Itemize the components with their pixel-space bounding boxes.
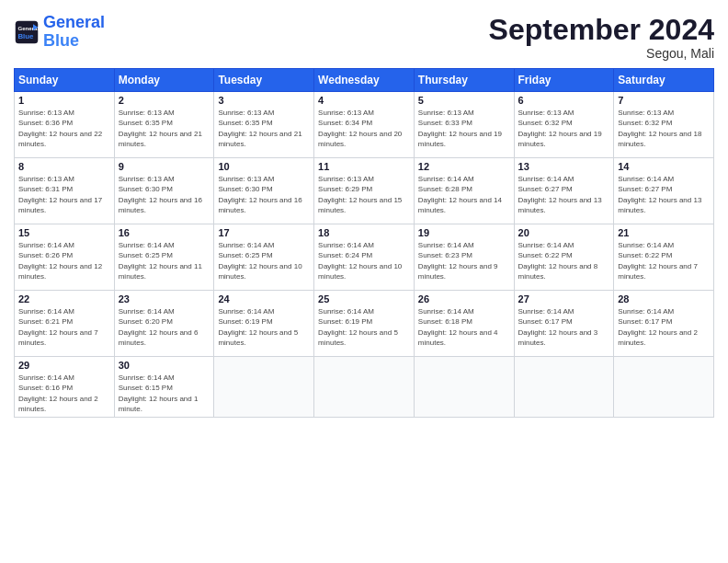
day-number: 29 (18, 360, 110, 371)
calendar-cell (614, 357, 714, 418)
calendar-cell: 26 Sunrise: 6:14 AM Sunset: 6:18 PM Dayl… (414, 291, 514, 357)
calendar-week-4: 22 Sunrise: 6:14 AM Sunset: 6:21 PM Dayl… (15, 291, 714, 357)
title-area: September 2024 Segou, Mali (489, 14, 714, 61)
calendar-cell: 20 Sunrise: 6:14 AM Sunset: 6:22 PM Dayl… (514, 224, 614, 291)
day-info: Sunrise: 6:14 AM Sunset: 6:16 PM Dayligh… (18, 373, 110, 414)
calendar-cell: 30 Sunrise: 6:14 AM Sunset: 6:15 PM Dayl… (114, 357, 214, 418)
calendar-cell: 17 Sunrise: 6:14 AM Sunset: 6:25 PM Dayl… (214, 224, 314, 291)
day-number: 21 (618, 227, 710, 238)
day-number: 10 (218, 161, 310, 172)
calendar-cell: 7 Sunrise: 6:13 AM Sunset: 6:32 PM Dayli… (614, 92, 714, 158)
calendar-cell: 21 Sunrise: 6:14 AM Sunset: 6:22 PM Dayl… (614, 224, 714, 291)
day-number: 17 (218, 227, 310, 238)
month-title: September 2024 (489, 14, 714, 46)
day-info: Sunrise: 6:13 AM Sunset: 6:36 PM Dayligh… (18, 108, 110, 149)
calendar-cell: 29 Sunrise: 6:14 AM Sunset: 6:16 PM Dayl… (15, 357, 115, 418)
day-number: 7 (618, 95, 710, 106)
calendar-cell: 11 Sunrise: 6:13 AM Sunset: 6:29 PM Dayl… (314, 158, 415, 224)
day-number: 22 (18, 293, 110, 304)
calendar-cell: 3 Sunrise: 6:13 AM Sunset: 6:35 PM Dayli… (214, 92, 314, 158)
day-number: 11 (318, 161, 410, 172)
svg-text:Blue: Blue (17, 32, 34, 40)
calendar-cell: 5 Sunrise: 6:13 AM Sunset: 6:33 PM Dayli… (414, 92, 514, 158)
day-info: Sunrise: 6:14 AM Sunset: 6:17 PM Dayligh… (618, 306, 710, 348)
day-info: Sunrise: 6:14 AM Sunset: 6:27 PM Dayligh… (618, 174, 710, 215)
calendar-week-5: 29 Sunrise: 6:14 AM Sunset: 6:16 PM Dayl… (15, 357, 714, 418)
day-info: Sunrise: 6:13 AM Sunset: 6:31 PM Dayligh… (18, 174, 110, 215)
day-number: 6 (518, 95, 610, 106)
day-info: Sunrise: 6:14 AM Sunset: 6:15 PM Dayligh… (119, 373, 210, 414)
header-row: Sunday Monday Tuesday Wednesday Thursday… (15, 69, 714, 92)
col-wednesday: Wednesday (314, 69, 415, 92)
calendar-cell (314, 357, 415, 418)
calendar-cell: 9 Sunrise: 6:13 AM Sunset: 6:30 PM Dayli… (114, 158, 214, 224)
day-info: Sunrise: 6:14 AM Sunset: 6:28 PM Dayligh… (418, 174, 510, 215)
day-info: Sunrise: 6:13 AM Sunset: 6:34 PM Dayligh… (318, 108, 410, 149)
day-number: 5 (418, 95, 510, 106)
calendar-week-1: 1 Sunrise: 6:13 AM Sunset: 6:36 PM Dayli… (15, 92, 714, 158)
day-number: 28 (618, 293, 710, 304)
calendar-cell: 16 Sunrise: 6:14 AM Sunset: 6:25 PM Dayl… (114, 224, 214, 291)
day-number: 30 (119, 360, 210, 371)
calendar-cell: 15 Sunrise: 6:14 AM Sunset: 6:26 PM Dayl… (15, 224, 115, 291)
day-number: 20 (518, 227, 610, 238)
calendar-cell: 25 Sunrise: 6:14 AM Sunset: 6:19 PM Dayl… (314, 291, 415, 357)
calendar-cell: 24 Sunrise: 6:14 AM Sunset: 6:19 PM Dayl… (214, 291, 314, 357)
day-info: Sunrise: 6:14 AM Sunset: 6:17 PM Dayligh… (518, 306, 610, 348)
day-number: 9 (119, 161, 210, 172)
day-number: 27 (518, 293, 610, 304)
day-number: 12 (418, 161, 510, 172)
day-info: Sunrise: 6:14 AM Sunset: 6:22 PM Dayligh… (618, 240, 710, 282)
day-info: Sunrise: 6:14 AM Sunset: 6:22 PM Dayligh… (518, 240, 610, 282)
calendar-cell: 1 Sunrise: 6:13 AM Sunset: 6:36 PM Dayli… (15, 92, 115, 158)
day-number: 18 (318, 227, 410, 238)
calendar-cell: 18 Sunrise: 6:14 AM Sunset: 6:24 PM Dayl… (314, 224, 415, 291)
calendar-table: Sunday Monday Tuesday Wednesday Thursday… (14, 68, 714, 418)
calendar-cell: 19 Sunrise: 6:14 AM Sunset: 6:23 PM Dayl… (414, 224, 514, 291)
col-friday: Friday (514, 69, 614, 92)
day-info: Sunrise: 6:13 AM Sunset: 6:35 PM Dayligh… (119, 108, 210, 149)
calendar-cell: 6 Sunrise: 6:13 AM Sunset: 6:32 PM Dayli… (514, 92, 614, 158)
day-info: Sunrise: 6:14 AM Sunset: 6:19 PM Dayligh… (218, 306, 310, 348)
col-monday: Monday (114, 69, 214, 92)
day-number: 3 (218, 95, 310, 106)
calendar-cell: 2 Sunrise: 6:13 AM Sunset: 6:35 PM Dayli… (114, 92, 214, 158)
day-info: Sunrise: 6:14 AM Sunset: 6:20 PM Dayligh… (119, 306, 210, 348)
day-info: Sunrise: 6:14 AM Sunset: 6:25 PM Dayligh… (119, 240, 210, 282)
day-number: 16 (119, 227, 210, 238)
col-saturday: Saturday (614, 69, 714, 92)
day-number: 14 (618, 161, 710, 172)
calendar-cell: 10 Sunrise: 6:13 AM Sunset: 6:30 PM Dayl… (214, 158, 314, 224)
calendar-cell (414, 357, 514, 418)
calendar-cell (214, 357, 314, 418)
day-info: Sunrise: 6:13 AM Sunset: 6:33 PM Dayligh… (418, 108, 510, 149)
day-number: 26 (418, 293, 510, 304)
calendar-cell: 23 Sunrise: 6:14 AM Sunset: 6:20 PM Dayl… (114, 291, 214, 357)
logo-text: GeneralBlue (43, 14, 105, 51)
col-thursday: Thursday (414, 69, 514, 92)
calendar-cell: 27 Sunrise: 6:14 AM Sunset: 6:17 PM Dayl… (514, 291, 614, 357)
day-info: Sunrise: 6:13 AM Sunset: 6:35 PM Dayligh… (218, 108, 310, 149)
calendar-week-2: 8 Sunrise: 6:13 AM Sunset: 6:31 PM Dayli… (15, 158, 714, 224)
location-subtitle: Segou, Mali (489, 46, 714, 61)
calendar-week-3: 15 Sunrise: 6:14 AM Sunset: 6:26 PM Dayl… (15, 224, 714, 291)
day-info: Sunrise: 6:13 AM Sunset: 6:30 PM Dayligh… (119, 174, 210, 215)
calendar-cell: 14 Sunrise: 6:14 AM Sunset: 6:27 PM Dayl… (614, 158, 714, 224)
calendar-cell: 13 Sunrise: 6:14 AM Sunset: 6:27 PM Dayl… (514, 158, 614, 224)
calendar-cell (514, 357, 614, 418)
day-number: 25 (318, 293, 410, 304)
day-number: 24 (218, 293, 310, 304)
day-info: Sunrise: 6:14 AM Sunset: 6:18 PM Dayligh… (418, 306, 510, 348)
day-number: 4 (318, 95, 410, 106)
day-number: 8 (18, 161, 110, 172)
calendar-body: 1 Sunrise: 6:13 AM Sunset: 6:36 PM Dayli… (15, 92, 714, 418)
day-info: Sunrise: 6:14 AM Sunset: 6:24 PM Dayligh… (318, 240, 410, 282)
calendar-cell: 12 Sunrise: 6:14 AM Sunset: 6:28 PM Dayl… (414, 158, 514, 224)
day-number: 1 (18, 95, 110, 106)
day-number: 2 (119, 95, 210, 106)
calendar-cell: 28 Sunrise: 6:14 AM Sunset: 6:17 PM Dayl… (614, 291, 714, 357)
day-info: Sunrise: 6:14 AM Sunset: 6:26 PM Dayligh… (18, 240, 110, 282)
calendar-cell: 8 Sunrise: 6:13 AM Sunset: 6:31 PM Dayli… (15, 158, 115, 224)
day-number: 13 (518, 161, 610, 172)
day-info: Sunrise: 6:13 AM Sunset: 6:29 PM Dayligh… (318, 174, 410, 215)
